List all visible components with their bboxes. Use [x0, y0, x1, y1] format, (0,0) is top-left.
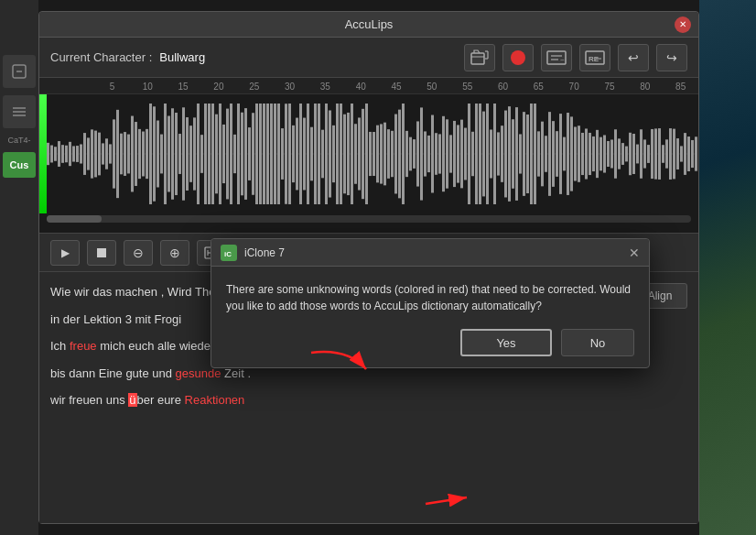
load-button[interactable]	[464, 44, 495, 71]
svg-text:iC: iC	[224, 250, 232, 258]
iclone-app-icon: iC	[221, 245, 237, 261]
left-sidebar: CaT4- Cus	[0, 0, 38, 535]
iclone-dialog: iC iClone 7 ✕ There are some unknowing w…	[211, 238, 650, 368]
undo-icon: ↩	[628, 50, 639, 65]
ruler-75: 75	[592, 82, 628, 92]
redo-button[interactable]: ↪	[656, 44, 687, 71]
ruler-40: 40	[343, 82, 379, 92]
iclone-buttons: Yes No	[226, 329, 634, 356]
zoom-in-button[interactable]: ⊕	[160, 240, 189, 266]
ruler-70: 70	[556, 82, 592, 92]
ruler-5: 5	[94, 82, 130, 92]
text-part-1a: Wie wir das machen , Wird Thema	[50, 285, 235, 299]
svg-text:~: ~	[560, 56, 565, 64]
record-dot	[511, 50, 525, 65]
text-part-5c: ber eure	[137, 393, 185, 407]
ruler-30: 30	[272, 82, 308, 92]
text-line-5: wir freuen uns über eure Reaktionen	[50, 391, 687, 409]
title-bar: AccuLips ✕	[39, 12, 698, 38]
scrollbar-track	[47, 215, 691, 223]
ruler-65: 65	[521, 82, 556, 92]
ruler-45: 45	[379, 82, 415, 92]
sidebar-icon-1[interactable]	[3, 55, 36, 88]
playhead-bar	[39, 94, 47, 213]
ruler-marks: 5 10 15 20 25 30 35 40 45 50 55 60 65 70…	[39, 78, 698, 94]
retarget-button[interactable]: RE	[579, 44, 610, 71]
no-button[interactable]: No	[561, 329, 634, 356]
undo-button[interactable]: ↩	[618, 44, 649, 71]
ruler-50: 50	[414, 82, 449, 92]
yes-button[interactable]: Yes	[460, 329, 552, 356]
waveform-container: 5 10 15 20 25 30 35 40 45 50 55 60 65 70…	[39, 78, 698, 234]
stop-button[interactable]	[87, 240, 116, 266]
waveform-scrollbar[interactable]	[39, 213, 698, 224]
waveform-canvas	[47, 94, 698, 213]
iclone-dialog-title: iClone 7	[244, 246, 621, 259]
ruler-60: 60	[485, 82, 521, 92]
text-part-5b: ü	[128, 393, 136, 407]
current-char-label: Current Character :	[50, 50, 152, 64]
window-close-button[interactable]: ✕	[675, 16, 691, 33]
ruler-80: 80	[627, 82, 663, 92]
play-button[interactable]: ▶	[50, 240, 80, 266]
text-part-4a: bis dann Eine gute und	[50, 366, 176, 380]
ruler-10: 10	[130, 82, 166, 92]
ruler-20: 20	[200, 82, 236, 92]
text-part-3b: freue	[70, 339, 97, 353]
iclone-close-button[interactable]: ✕	[629, 246, 640, 260]
text-button[interactable]: ~	[541, 44, 572, 71]
redo-icon: ↪	[666, 50, 677, 65]
ruler-85: 85	[663, 82, 698, 92]
text-part-2a: in der Lektion 3 mit Frogi	[50, 312, 181, 326]
right-background	[699, 0, 756, 535]
stop-icon	[97, 248, 106, 257]
text-part-5a: wir freuen uns	[50, 393, 128, 407]
iclone-dialog-body: There are some unknowing words (colored …	[211, 267, 649, 367]
svg-rect-5	[471, 53, 484, 64]
iclone-message-text: There are some unknowing words (colored …	[226, 281, 634, 314]
window-title: AccuLips	[345, 17, 394, 31]
ruler-15: 15	[166, 82, 201, 92]
record-button[interactable]	[502, 44, 534, 71]
text-part-3a: Ich	[50, 339, 70, 353]
text-part-5d: Reaktionen	[185, 393, 245, 407]
ruler-25: 25	[236, 82, 272, 92]
sidebar-icon-2[interactable]	[3, 95, 36, 128]
waveform-body[interactable]	[39, 94, 698, 213]
scrollbar-thumb	[47, 215, 102, 223]
ruler-55: 55	[449, 82, 485, 92]
cat-label: CaT4-	[7, 136, 30, 145]
ruler-35: 35	[308, 82, 343, 92]
toolbar: Current Character : Bullwarg ~	[39, 38, 698, 78]
waveform-ruler: 5 10 15 20 25 30 35 40 45 50 55 60 65 70…	[39, 78, 698, 94]
text-part-3c: mich euch alle wieder	[97, 339, 218, 353]
zoom-out-button[interactable]: ⊖	[124, 240, 153, 266]
current-char-value: Bullwarg	[159, 50, 205, 64]
iclone-titlebar: iC iClone 7 ✕	[211, 239, 649, 267]
cus-button[interactable]: Cus	[3, 152, 36, 178]
